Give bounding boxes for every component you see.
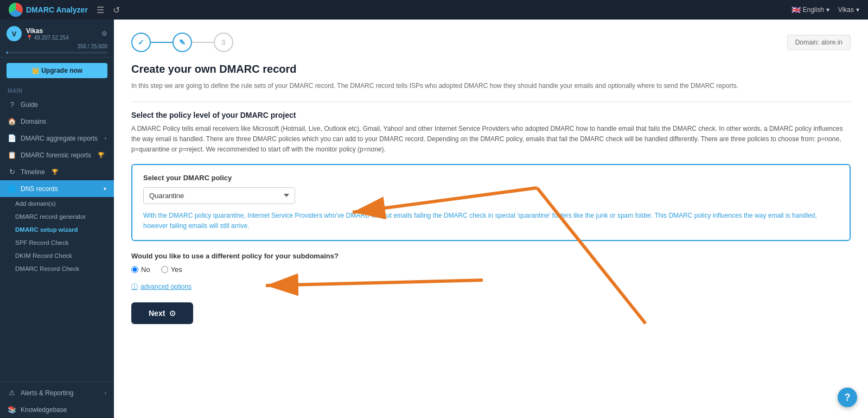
subdomain-title: Would you like to use a different policy… [131,252,851,260]
sidebar-item-dns-records[interactable]: 🌐 DNS records ▾ [0,180,114,197]
sidebar-subitem-dmarc-check[interactable]: DMARC Record Check [0,262,114,275]
upgrade-button[interactable]: 👑 Upgrade now [7,63,107,78]
sidebar-item-label: Guide [21,101,38,109]
radio-group-subdomain: No Yes [131,265,851,274]
advanced-options-link[interactable]: ⓘ advanced options [131,282,851,292]
sidebar-item-label: Timeline [21,168,45,176]
user-name: Vikas [26,27,101,35]
policy-desc: With the DMARC policy quarantine, Intern… [143,211,839,231]
usage-fill [7,52,8,54]
sidebar-user-section: V Vikas 📍 49.207.52.254 ⚙ 356 / 25,600 [0,20,114,58]
help-button[interactable]: ? [838,388,857,407]
step-1: ✓ [131,33,151,52]
subdomain-section: Would you like to use a different policy… [131,252,851,274]
lang-chevron-icon: ▾ [826,6,829,14]
stepper-domain: Domain: alore.in [787,35,851,50]
radio-no-input[interactable] [131,266,138,273]
step-2: ✎ [173,33,192,52]
language-selector[interactable]: 🇬🇧 English ▾ [792,5,829,14]
clipboard-icon: 📋 [8,151,16,159]
step-3: 3 [214,33,233,52]
sidebar-subitem-dkim-check[interactable]: DKIM Record Check [0,249,114,262]
gear-icon[interactable]: ⚙ [101,30,107,37]
chevron-down-icon: ▾ [104,186,106,192]
logo-text: DMARC Analyzer [26,5,88,14]
sidebar-section-main: MAIN [0,84,114,96]
logo-icon [9,3,23,17]
sidebar-subitem-dmarc-setup-wizard[interactable]: DMARC setup wizard [0,223,114,236]
user-info: Vikas 📍 49.207.52.254 [26,27,101,41]
home-icon: 🏠 [8,117,16,125]
radio-no[interactable]: No [131,265,150,274]
sidebar-subitem-dmarc-record-gen[interactable]: DMARC record generator [0,210,114,223]
timeline-icon: ↻ [8,168,16,176]
step-line-2 [192,42,214,43]
sidebar-item-label: DMARC aggregate reports [21,135,98,142]
usage-row: 356 / 25,600 [7,43,107,49]
chevron-right-icon-alerts: › [105,390,106,396]
sidebar-item-label: Knowledgebase [21,406,67,414]
book-icon: 📚 [8,406,16,414]
usage-text: 356 / 25,600 [77,43,107,49]
policy-box-title: Select your DMARC policy [143,174,839,182]
user-chevron-icon: ▾ [856,6,859,14]
stepper: ✓ ✎ 3 Domain: alore.in [131,33,851,52]
main-content: ✓ ✎ 3 Domain: alore.in Create your own D… [114,20,868,418]
radio-no-label: No [141,265,150,274]
crown-icon-2: 🏆 [52,169,58,175]
question-icon: ? [8,100,16,109]
sidebar-subitem-add-domains[interactable]: Add domain(s) [0,197,114,210]
nav-left: DMARC Analyzer ☰ ↺ [9,3,120,17]
sidebar-item-dmarc-aggregate[interactable]: 📄 DMARC aggregate reports › [0,130,114,147]
user-menu[interactable]: Vikas ▾ [838,6,859,14]
flag-icon: 🇬🇧 [792,5,801,14]
step-line-1 [151,42,173,43]
logo: DMARC Analyzer [9,3,88,17]
top-navigation: DMARC Analyzer ☰ ↺ 🇬🇧 English ▾ Vikas ▾ [0,0,868,20]
circle-info-icon: ⓘ [131,282,138,292]
alert-icon: ⚠ [8,389,16,397]
sidebar-item-label: Alerts & Reporting [21,389,73,397]
usage-bar [7,52,107,54]
sidebar-item-label: DNS records [21,185,58,193]
avatar: V [7,26,22,41]
doc-icon: 📄 [8,134,16,142]
user-ip: 📍 49.207.52.254 [26,35,101,41]
sidebar-subitem-spf-check[interactable]: SPF Record Check [0,236,114,249]
language-label: English [803,6,824,14]
crown-icon: 🏆 [98,152,104,158]
sidebar-item-guide[interactable]: ? Guide [0,96,114,113]
policy-section-title: Select the policy level of your DMARC pr… [131,111,851,119]
page-subtitle: In this step we are going to define the … [131,81,851,91]
policy-select[interactable]: None Quarantine Reject [143,187,295,204]
user-label: Vikas [838,6,854,14]
nav-right: 🇬🇧 English ▾ Vikas ▾ [792,5,860,14]
globe-icon: 🌐 [8,185,16,193]
sidebar-bottom: ⚠ Alerts & Reporting › 📚 Knowledgebase [0,382,114,418]
next-icon: ⊙ [169,309,176,318]
sidebar-item-alerts[interactable]: ⚠ Alerts & Reporting › [0,384,114,401]
divider-1 [131,102,851,102]
sidebar: V Vikas 📍 49.207.52.254 ⚙ 356 / 25,600 👑… [0,20,114,418]
radio-yes[interactable]: Yes [161,265,182,274]
user-row: V Vikas 📍 49.207.52.254 ⚙ [7,26,107,41]
chevron-right-icon: › [105,135,106,141]
sidebar-item-knowledgebase[interactable]: 📚 Knowledgebase [0,401,114,418]
sidebar-item-dmarc-forensic[interactable]: 📋 DMARC forensic reports 🏆 [0,147,114,163]
hamburger-icon[interactable]: ☰ [97,5,104,15]
sidebar-item-timeline[interactable]: ↻ Timeline 🏆 [0,163,114,180]
sidebar-item-domains[interactable]: 🏠 Domains [0,113,114,130]
policy-box: Select your DMARC policy None Quarantine… [131,164,851,241]
page-title: Create your own DMARC record [131,63,851,75]
policy-section-desc: A DMARC Policy tells email receivers lik… [131,124,851,155]
sidebar-item-label: DMARC forensic reports [21,151,91,159]
next-button[interactable]: Next ⊙ [131,302,193,324]
undo-icon[interactable]: ↺ [113,5,120,15]
sidebar-item-label: Domains [21,118,46,125]
next-label: Next [149,309,165,318]
radio-yes-input[interactable] [161,266,168,273]
advanced-options-label: advanced options [141,283,192,290]
radio-yes-label: Yes [171,265,182,274]
